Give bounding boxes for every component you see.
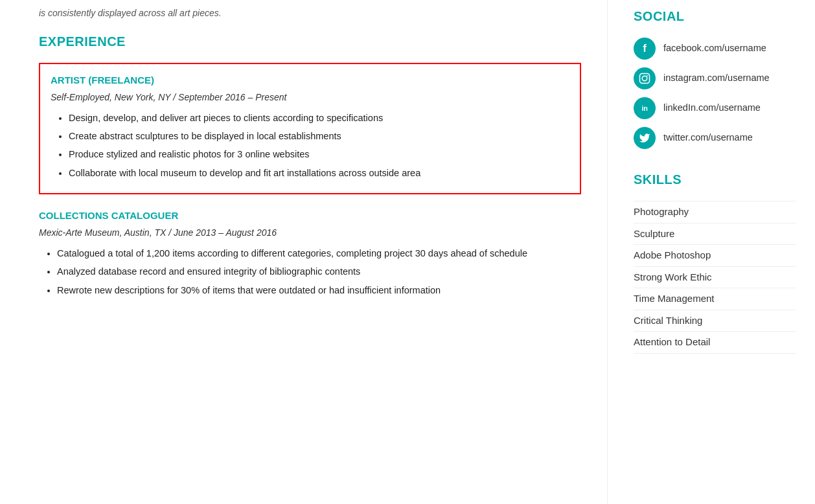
right-column: SOCIAL ffacebook.com/usernameinstagram.c… [608,0,815,504]
social-item-facebook[interactable]: ffacebook.com/username [634,38,796,60]
bullet-item: Design, develop, and deliver art pieces … [69,111,569,125]
bullet-item: Rewrote new descriptions for 30% of item… [57,283,581,297]
twitter-link: twitter.com/username [663,131,753,145]
instagram-link: instagram.com/username [663,71,770,86]
left-column: is consistently displayed across all art… [0,0,608,504]
svg-rect-0 [640,74,650,84]
experience-section-title: EXPERIENCE [39,32,581,51]
job-subtitle-artist-freelance: Self-Employed, New York, NY / September … [51,91,569,104]
instagram-icon [634,67,656,89]
facebook-link: facebook.com/username [663,41,766,56]
social-item-instagram[interactable]: instagram.com/username [634,67,796,89]
skill-item: Critical Thinking [634,310,796,332]
skill-item: Strong Work Ethic [634,267,796,289]
job-block-collections-cataloguer: COLLECTIONS CATALOGUERMexic-Arte Museum,… [39,209,581,297]
skill-item: Time Management [634,288,796,310]
social-list: ffacebook.com/usernameinstagram.com/user… [634,38,796,149]
skill-item: Photography [634,201,796,223]
skill-item: Sculpture [634,223,796,246]
social-item-twitter[interactable]: twitter.com/username [634,127,796,149]
bullet-item: Catalogued a total of 1,200 items accord… [57,246,581,260]
truncated-text: is consistently displayed across all art… [39,6,581,20]
job-bullets-artist-freelance: Design, develop, and deliver art pieces … [51,111,569,181]
svg-point-2 [647,75,648,76]
bullet-item: Create abstract sculptures to be display… [69,129,569,143]
twitter-icon [634,127,656,149]
resume-page: is consistently displayed across all art… [0,0,815,504]
bullet-item: Collaborate with local museum to develop… [69,166,569,180]
job-block-artist-freelance: ARTIST (FREELANCE)Self-Employed, New Yor… [39,63,581,194]
bullet-item: Analyzed database record and ensured int… [57,264,581,279]
social-section-title: SOCIAL [634,6,796,26]
skill-item: Adobe Photoshop [634,245,796,267]
job-title-artist-freelance: ARTIST (FREELANCE) [51,73,569,88]
skills-list: PhotographySculptureAdobe PhotoshopStron… [634,201,796,354]
job-bullets-collections-cataloguer: Catalogued a total of 1,200 items accord… [39,246,581,297]
linkedin-icon: in [634,97,656,119]
bullet-item: Produce stylized and realistic photos fo… [69,147,569,161]
social-item-linkedin[interactable]: inlinkedIn.com/username [634,97,796,119]
facebook-icon: f [634,38,656,60]
svg-point-1 [642,76,647,81]
skills-section-title: SKILLS [634,170,796,189]
job-title-collections-cataloguer: COLLECTIONS CATALOGUER [39,209,581,223]
skill-item: Attention to Detail [634,332,796,354]
job-subtitle-collections-cataloguer: Mexic-Arte Museum, Austin, TX / June 201… [39,226,581,240]
linkedin-link: linkedIn.com/username [663,101,761,115]
